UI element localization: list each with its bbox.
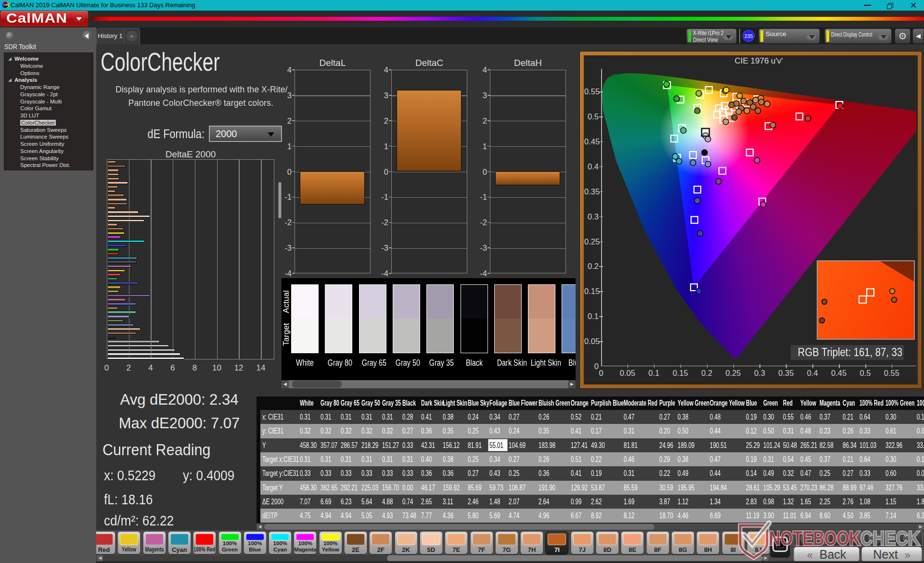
svg-text:NOTEBOOK: NOTEBOOK <box>769 526 860 550</box>
svg-text:CHECK: CHECK <box>860 526 920 550</box>
